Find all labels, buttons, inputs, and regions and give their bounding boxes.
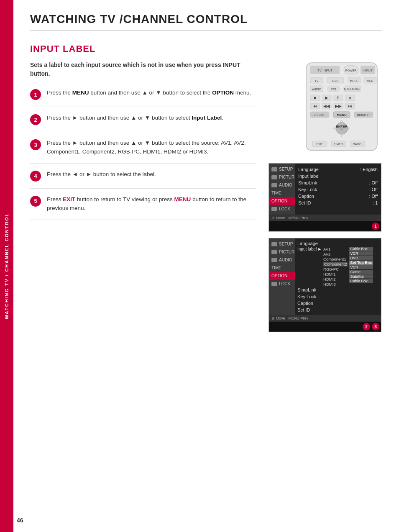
sidebar: WATCHING TV / CHANNEL CONTROL — [0, 0, 13, 532]
s2-menu-setup: SETUP — [269, 240, 295, 248]
s2-row-caption: Caption — [297, 300, 379, 307]
menu-setup: SETUP — [269, 165, 295, 173]
step-number-5: 5 — [30, 196, 41, 207]
s2-row-keylock: Key Lock — [297, 293, 379, 300]
step-text-4: Press the ◄ or ► button to select the la… — [47, 170, 256, 179]
svg-text:●: ● — [349, 96, 351, 100]
s2-audio-label: AUDIO — [279, 258, 292, 262]
s2-val-dvd: DVD — [349, 256, 373, 260]
s2-time-label: TIME — [271, 266, 281, 270]
s2-inputlabel-label: Input label — [297, 247, 317, 251]
s2-hdmi3: HDMI3 — [323, 282, 348, 286]
svg-text:⏭: ⏭ — [348, 104, 352, 108]
screen-mockup-2: SETUP PICTURE AUDIO TIME — [269, 238, 381, 332]
svg-text:AUDIO: AUDIO — [312, 88, 322, 91]
input-label-label: Input label — [298, 174, 320, 179]
s2-hdmi2: HDMI2 — [323, 277, 348, 281]
simplink-value: : Off — [369, 180, 378, 185]
keylock-label: Key Lock — [298, 187, 317, 192]
s2-lock-icon — [271, 282, 277, 286]
option-keyword: OPTION — [212, 90, 234, 96]
s2-comp1: Component1 — [323, 257, 348, 261]
step-number-3: 3 — [30, 139, 41, 150]
svg-text:MODE: MODE — [350, 79, 359, 82]
s2-caption-label: Caption — [297, 301, 313, 306]
menu-keyword: MENU — [72, 90, 89, 96]
screen2-footer-text: ⊕ Move — [271, 316, 285, 320]
step-text-5: Press EXIT button to return to TV viewin… — [47, 195, 256, 213]
menu-option: OPTION — [269, 197, 295, 205]
s2-av2: AV2 — [323, 252, 348, 256]
s2-val-satellite: Satellite — [349, 274, 373, 279]
svg-text:TIMER: TIMER — [334, 143, 343, 146]
svg-text:⏮: ⏮ — [313, 104, 317, 108]
s2-setup-icon — [271, 242, 277, 246]
menu-lock-label: LOCK — [279, 207, 290, 211]
s2-language-label: Language — [297, 241, 318, 246]
menu-time-label: TIME — [271, 191, 281, 195]
setid-value: : 1 — [373, 200, 378, 205]
svg-point-49 — [340, 127, 343, 130]
menu-setup-label: SETUP — [279, 167, 293, 171]
s2-row-language: Language — [297, 240, 379, 247]
page-title: WATCHING TV /CHANNEL CONTROL — [30, 13, 382, 31]
screen1-body: SETUP PICTURE AUDIO TIME — [269, 164, 381, 215]
step-2: 2 Press the ► button and then use ▲ or ▼… — [30, 114, 256, 132]
screen2-body: SETUP PICTURE AUDIO TIME — [269, 238, 381, 315]
svg-text:BRIGHT-: BRIGHT- — [314, 113, 326, 116]
s2-row-setid: Set ID — [297, 307, 379, 313]
step-5: 5 Press EXIT button to return to TV view… — [30, 195, 256, 220]
s2-row-inputlabel: Input label ► AV1 AV2 Component1 Compone… — [297, 247, 379, 286]
step-number-4: 4 — [30, 171, 41, 182]
s2-menu-option: OPTION — [269, 272, 295, 280]
s2-inputlabel-arrow: ► — [317, 247, 322, 251]
s2-av1: AV1 — [323, 247, 348, 251]
remote-control: TV INPUT POWER INPUT TV DVD MODE VCR — [302, 61, 381, 153]
s2-rgbpc: RGB-PC — [323, 267, 348, 271]
screen2-sidebar: SETUP PICTURE AUDIO TIME — [269, 238, 295, 315]
row-caption: Caption : Off — [298, 193, 378, 200]
screen1-footer-text: ⊕ Move — [271, 216, 285, 220]
step-text-2: Press the ► button and then use ▲ or ▼ b… — [47, 114, 256, 123]
menu-lock: LOCK — [269, 205, 295, 213]
screen2-indicators: 2 3 — [269, 322, 381, 332]
row-keylock: Key Lock : Off — [298, 186, 378, 193]
svg-text:TV INPUT: TV INPUT — [317, 69, 333, 72]
s2-sources-col: AV1 AV2 Component1 Component2 RGB-PC HDM… — [323, 247, 348, 286]
s2-picture-icon — [271, 250, 277, 254]
svg-text:▶▶: ▶▶ — [335, 104, 342, 108]
screen2-footer: ⊕ Move MENU Prev — [269, 315, 381, 322]
setup-icon — [271, 167, 277, 171]
audio-icon — [271, 183, 277, 187]
screen1-sidebar: SETUP PICTURE AUDIO TIME — [269, 164, 295, 215]
setid-label: Set ID — [298, 200, 311, 205]
s2-comp2: Component2 — [323, 262, 348, 266]
svg-text:INPUT: INPUT — [363, 69, 373, 72]
s2-keylock-label: Key Lock — [297, 294, 316, 299]
step-1: 1 Press the MENU button and then use ▲ o… — [30, 89, 256, 107]
indicator-3: 3 — [372, 323, 379, 330]
instructions-column: Sets a label to each input source which … — [30, 61, 256, 332]
step-number-2: 2 — [30, 114, 41, 125]
intro-text: Sets a label to each input source which … — [30, 61, 256, 78]
remote-container: TV INPUT POWER INPUT TV DVD MODE VCR — [302, 61, 381, 153]
lock-icon — [271, 207, 277, 211]
menu-keyword-2: MENU — [174, 196, 191, 202]
s2-option-label: OPTION — [271, 274, 287, 278]
s2-val-game: Game — [349, 270, 373, 274]
svg-text:TV: TV — [315, 79, 319, 82]
step-number-1: 1 — [30, 89, 41, 100]
page-number: 46 — [17, 517, 23, 524]
s2-simplink-label: SimpLink — [297, 287, 316, 292]
main-content: WATCHING TV /CHANNEL CONTROL INPUT LABEL… — [13, 0, 399, 349]
language-label: Language — [298, 167, 319, 172]
row-language: Language : English — [298, 166, 378, 173]
sidebar-label: WATCHING TV / CHANNEL CONTROL — [4, 213, 9, 319]
row-input-label: Input label — [298, 173, 378, 179]
svg-text:■: ■ — [314, 95, 316, 100]
svg-text:MENU/NAVI: MENU/NAVI — [344, 88, 360, 91]
menu-picture: PICTURE — [269, 173, 295, 181]
s2-menu-lock: LOCK — [269, 280, 295, 288]
content-layout: Sets a label to each input source which … — [30, 61, 382, 332]
svg-text:◀◀: ◀◀ — [323, 104, 330, 108]
